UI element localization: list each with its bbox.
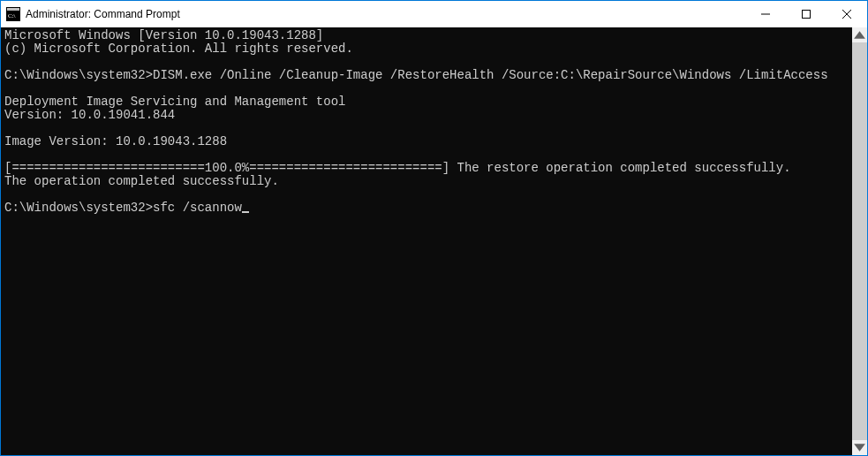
scroll-up-button[interactable] xyxy=(852,27,867,42)
scrollbar-track[interactable] xyxy=(852,42,867,440)
svg-rect-1 xyxy=(7,8,19,11)
vertical-scrollbar[interactable] xyxy=(852,27,867,455)
command-prompt-window: C:\ Administrator: Command Prompt Micros… xyxy=(0,0,868,456)
text-cursor xyxy=(242,211,249,213)
maximize-button[interactable] xyxy=(786,1,826,27)
svg-marker-8 xyxy=(854,444,865,452)
terminal-area: Microsoft Windows [Version 10.0.19043.12… xyxy=(1,27,867,455)
svg-text:C:\: C:\ xyxy=(8,12,16,19)
minimize-button[interactable] xyxy=(745,1,786,27)
svg-marker-7 xyxy=(854,31,865,39)
window-controls xyxy=(745,1,867,27)
scroll-down-button[interactable] xyxy=(852,440,867,455)
scrollbar-thumb[interactable] xyxy=(852,42,867,440)
svg-rect-4 xyxy=(803,11,811,19)
terminal[interactable]: Microsoft Windows [Version 10.0.19043.12… xyxy=(1,27,852,455)
window-title: Administrator: Command Prompt xyxy=(26,8,180,20)
titlebar[interactable]: C:\ Administrator: Command Prompt xyxy=(1,1,867,27)
cmd-icon: C:\ xyxy=(6,7,20,21)
close-button[interactable] xyxy=(826,1,867,27)
